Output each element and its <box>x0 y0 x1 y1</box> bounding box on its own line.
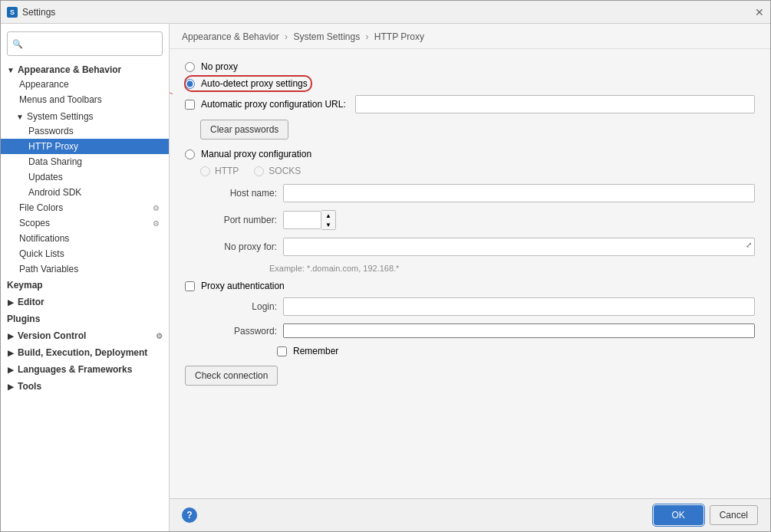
host-name-input[interactable] <box>283 184 755 202</box>
manual-proxy-row: Manual proxy configuration <box>185 149 755 159</box>
login-label: Login: <box>200 301 277 312</box>
sidebar-item-tools[interactable]: ▶ Tools <box>1 378 169 395</box>
remember-checkbox[interactable] <box>277 346 287 356</box>
auto-detect-label[interactable]: Auto-detect proxy settings <box>201 78 308 89</box>
sidebar-item-menus-toolbars[interactable]: Menus and Toolbars <box>1 92 169 107</box>
manual-proxy-label[interactable]: Manual proxy configuration <box>201 149 311 159</box>
socks-radio-label[interactable]: SOCKS <box>254 166 301 176</box>
sidebar-item-appearance-behavior[interactable]: ▼ Appearance & Behavior <box>1 61 169 77</box>
close-button[interactable]: ✕ <box>755 6 764 18</box>
sidebar-label-system-settings: System Settings <box>27 111 94 122</box>
no-proxy-for-container: ⤢ <box>283 238 755 256</box>
auto-config-url-label[interactable]: Automatic proxy configuration URL: <box>201 99 346 110</box>
sidebar-label-file-colors: File Colors <box>19 202 63 213</box>
port-number-input[interactable]: 80 <box>283 211 321 229</box>
sidebar-item-http-proxy[interactable]: HTTP Proxy <box>1 139 169 154</box>
sidebar-label-quick-lists: Quick Lists <box>19 248 64 259</box>
title-bar-left: S Settings <box>7 7 55 18</box>
main-panel: Appearance & Behavior › System Settings … <box>170 24 770 531</box>
port-decrement-button[interactable]: ▼ <box>321 220 335 229</box>
auto-config-url-input[interactable] <box>355 95 755 113</box>
breadcrumb: Appearance & Behavior › System Settings … <box>170 24 770 49</box>
sidebar-item-android-sdk[interactable]: Android SDK <box>1 185 169 200</box>
search-box[interactable]: 🔍 <box>7 31 163 56</box>
chevron-down-icon: ▼ <box>7 66 15 74</box>
sidebar-label-data-sharing: Data Sharing <box>28 156 82 167</box>
login-row: Login: <box>200 297 755 316</box>
sidebar-item-version-control[interactable]: ▶ Version Control ⚙ <box>1 327 169 344</box>
sidebar-label-menus-toolbars: Menus and Toolbars <box>19 94 102 105</box>
no-proxy-radio[interactable] <box>185 62 195 72</box>
title-bar: S Settings ✕ <box>1 1 770 24</box>
port-number-row: Port number: 80 ▲ ▼ <box>200 210 755 230</box>
expand-icon[interactable]: ⤢ <box>746 241 752 249</box>
chevron-right-icon: ▶ <box>7 366 15 374</box>
login-input[interactable] <box>283 297 755 316</box>
sidebar-item-keymap[interactable]: Keymap <box>1 277 169 294</box>
sidebar-item-path-variables[interactable]: Path Variables <box>1 261 169 277</box>
sidebar-item-appearance[interactable]: Appearance <box>1 77 169 92</box>
sidebar-label-version-control: Version Control <box>18 330 86 341</box>
no-proxy-for-input[interactable] <box>283 238 755 256</box>
chevron-right-icon: ▶ <box>7 298 15 307</box>
cancel-button[interactable]: Cancel <box>710 505 758 525</box>
panel-content: No proxy Auto-detect proxy settings ← <box>170 49 770 498</box>
ok-button[interactable]: OK <box>654 505 703 525</box>
password-label: Password: <box>200 326 277 337</box>
proxy-auth-checkbox[interactable] <box>185 281 195 291</box>
manual-proxy-radio[interactable] <box>185 149 195 159</box>
sidebar-item-build-execution-deployment[interactable]: ▶ Build, Execution, Deployment <box>1 344 169 361</box>
sidebar-label-keymap: Keymap <box>7 280 43 291</box>
check-connection-button[interactable]: Check connection <box>185 366 278 386</box>
bottom-right: OK Cancel <box>654 505 758 525</box>
sidebar-item-plugins[interactable]: Plugins <box>1 310 169 327</box>
http-type-radio[interactable] <box>200 166 210 176</box>
chevron-down-icon: ▼ <box>16 113 24 121</box>
arrow-annotation: ← <box>170 83 178 103</box>
remember-label[interactable]: Remember <box>293 346 338 356</box>
example-text: Example: *.domain.com, 192.168.* <box>269 264 755 273</box>
password-input[interactable] <box>283 323 755 338</box>
check-connection-row: Check connection <box>185 366 755 386</box>
sidebar-item-data-sharing[interactable]: Data Sharing <box>1 154 169 169</box>
no-proxy-for-label: No proxy for: <box>200 241 277 252</box>
proxy-auth-row: Proxy authentication <box>185 281 755 291</box>
settings-icon: ⚙ <box>156 332 163 340</box>
sidebar-label-http-proxy: HTTP Proxy <box>28 141 78 152</box>
no-proxy-for-row: No proxy for: ⤢ <box>200 238 755 256</box>
search-input[interactable] <box>26 34 157 53</box>
sidebar-item-languages-frameworks[interactable]: ▶ Languages & Frameworks <box>1 361 169 378</box>
sidebar-label-passwords: Passwords <box>28 126 74 136</box>
sidebar-item-quick-lists[interactable]: Quick Lists <box>1 246 169 261</box>
window-title: Settings <box>22 7 55 18</box>
breadcrumb-sep-1: › <box>285 31 290 42</box>
breadcrumb-sep-2: › <box>365 31 371 42</box>
sidebar-label-appearance: Appearance <box>19 79 69 90</box>
socks-type-radio[interactable] <box>254 166 264 176</box>
sidebar-item-scopes[interactable]: Scopes ⚙ <box>1 215 169 231</box>
no-proxy-label[interactable]: No proxy <box>201 61 238 72</box>
sidebar-label-appearance-behavior: Appearance & Behavior <box>18 64 121 75</box>
clear-passwords-row: Clear passwords <box>200 120 755 140</box>
port-increment-button[interactable]: ▲ <box>321 211 335 220</box>
auto-detect-radio[interactable] <box>185 79 195 89</box>
chevron-right-icon: ▶ <box>7 332 15 340</box>
socks-type-text: SOCKS <box>269 166 301 176</box>
port-number-label: Port number: <box>200 215 277 225</box>
clear-passwords-button[interactable]: Clear passwords <box>200 120 288 140</box>
remember-row: Remember <box>277 346 755 356</box>
help-button[interactable]: ? <box>182 507 197 523</box>
breadcrumb-item-1: Appearance & Behavior <box>182 31 279 42</box>
auto-config-url-checkbox[interactable] <box>185 100 195 110</box>
sidebar-item-passwords[interactable]: Passwords <box>1 123 169 139</box>
sidebar-item-file-colors[interactable]: File Colors ⚙ <box>1 200 169 215</box>
sidebar-label-android-sdk: Android SDK <box>28 187 81 198</box>
http-radio-label[interactable]: HTTP <box>200 166 239 176</box>
sidebar-item-notifications[interactable]: Notifications <box>1 231 169 246</box>
sidebar-item-system-settings[interactable]: ▼ System Settings <box>1 107 169 123</box>
sidebar-item-editor[interactable]: ▶ Editor <box>1 294 169 310</box>
proxy-auth-label[interactable]: Proxy authentication <box>201 281 285 291</box>
host-name-row: Host name: <box>200 184 755 202</box>
sidebar-label-tools: Tools <box>18 381 41 392</box>
sidebar-item-updates[interactable]: Updates <box>1 169 169 185</box>
